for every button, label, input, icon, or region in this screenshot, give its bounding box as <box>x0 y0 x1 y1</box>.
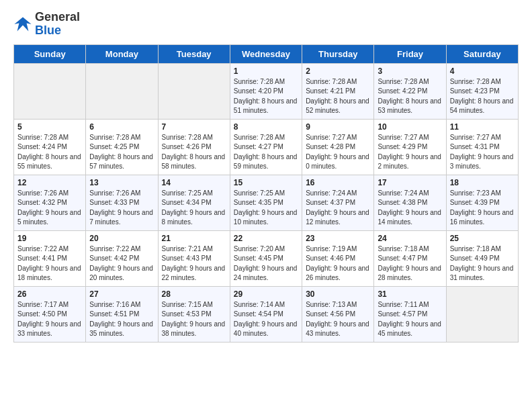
day-info: Sunrise: 7:28 AM Sunset: 4:26 PM Dayligh… <box>162 133 226 172</box>
day-info: Sunrise: 7:24 AM Sunset: 4:37 PM Dayligh… <box>306 189 370 228</box>
day-info: Sunrise: 7:22 AM Sunset: 4:41 PM Dayligh… <box>17 244 82 283</box>
day-cell: 14Sunrise: 7:25 AM Sunset: 4:34 PM Dayli… <box>158 175 230 230</box>
day-number: 18 <box>450 178 515 187</box>
dow-header-thursday: Thursday <box>302 44 374 63</box>
day-cell: 13Sunrise: 7:26 AM Sunset: 4:33 PM Dayli… <box>86 175 158 230</box>
day-cell: 22Sunrise: 7:20 AM Sunset: 4:45 PM Dayli… <box>230 230 302 286</box>
dow-header-sunday: Sunday <box>14 44 86 63</box>
day-cell: 25Sunrise: 7:18 AM Sunset: 4:49 PM Dayli… <box>446 230 518 286</box>
day-of-week-row: SundayMondayTuesdayWednesdayThursdayFrid… <box>14 44 519 63</box>
day-info: Sunrise: 7:27 AM Sunset: 4:29 PM Dayligh… <box>378 133 442 172</box>
day-cell: 26Sunrise: 7:17 AM Sunset: 4:50 PM Dayli… <box>14 286 86 342</box>
day-info: Sunrise: 7:21 AM Sunset: 4:43 PM Dayligh… <box>162 244 226 283</box>
day-info: Sunrise: 7:25 AM Sunset: 4:35 PM Dayligh… <box>234 189 298 228</box>
day-info: Sunrise: 7:22 AM Sunset: 4:42 PM Dayligh… <box>89 244 154 283</box>
day-number: 6 <box>89 122 154 132</box>
day-number: 20 <box>89 234 154 243</box>
day-number: 25 <box>450 234 515 243</box>
day-info: Sunrise: 7:20 AM Sunset: 4:45 PM Dayligh… <box>234 244 298 283</box>
week-row-4: 19Sunrise: 7:22 AM Sunset: 4:41 PM Dayli… <box>14 230 519 286</box>
day-info: Sunrise: 7:18 AM Sunset: 4:49 PM Dayligh… <box>450 244 515 283</box>
logo-text: General Blue <box>35 11 80 38</box>
day-info: Sunrise: 7:28 AM Sunset: 4:22 PM Dayligh… <box>378 77 442 116</box>
dow-header-monday: Monday <box>86 44 158 63</box>
day-number: 23 <box>306 234 370 243</box>
day-info: Sunrise: 7:28 AM Sunset: 4:25 PM Dayligh… <box>89 133 154 172</box>
dow-header-tuesday: Tuesday <box>158 44 230 63</box>
day-cell: 31Sunrise: 7:11 AM Sunset: 4:57 PM Dayli… <box>374 286 446 342</box>
logo-blue: Blue <box>35 24 61 37</box>
day-cell: 11Sunrise: 7:27 AM Sunset: 4:31 PM Dayli… <box>446 119 518 175</box>
day-number: 24 <box>378 234 442 243</box>
day-info: Sunrise: 7:26 AM Sunset: 4:32 PM Dayligh… <box>17 189 82 228</box>
day-cell: 8Sunrise: 7:28 AM Sunset: 4:27 PM Daylig… <box>230 119 302 175</box>
day-info: Sunrise: 7:24 AM Sunset: 4:38 PM Dayligh… <box>378 189 442 228</box>
dow-header-friday: Friday <box>374 44 446 63</box>
day-info: Sunrise: 7:28 AM Sunset: 4:20 PM Dayligh… <box>234 77 298 116</box>
day-number: 22 <box>234 234 298 243</box>
day-info: Sunrise: 7:19 AM Sunset: 4:46 PM Dayligh… <box>306 244 370 283</box>
day-cell: 29Sunrise: 7:14 AM Sunset: 4:54 PM Dayli… <box>230 286 302 342</box>
day-cell: 7Sunrise: 7:28 AM Sunset: 4:26 PM Daylig… <box>158 119 230 175</box>
day-cell: 1Sunrise: 7:28 AM Sunset: 4:20 PM Daylig… <box>230 63 302 119</box>
day-cell: 30Sunrise: 7:13 AM Sunset: 4:56 PM Dayli… <box>302 286 374 342</box>
day-info: Sunrise: 7:26 AM Sunset: 4:33 PM Dayligh… <box>89 189 154 228</box>
day-cell: 27Sunrise: 7:16 AM Sunset: 4:51 PM Dayli… <box>86 286 158 342</box>
day-cell: 17Sunrise: 7:24 AM Sunset: 4:38 PM Dayli… <box>374 175 446 230</box>
dow-header-saturday: Saturday <box>446 44 518 63</box>
day-cell: 28Sunrise: 7:15 AM Sunset: 4:53 PM Dayli… <box>158 286 230 342</box>
day-info: Sunrise: 7:28 AM Sunset: 4:21 PM Dayligh… <box>306 77 370 116</box>
day-number: 3 <box>378 66 442 76</box>
day-number: 4 <box>450 66 515 76</box>
logo-general: General <box>35 10 80 24</box>
day-number: 16 <box>306 178 370 187</box>
week-row-3: 12Sunrise: 7:26 AM Sunset: 4:32 PM Dayli… <box>14 175 519 230</box>
day-info: Sunrise: 7:27 AM Sunset: 4:28 PM Dayligh… <box>306 133 370 172</box>
day-cell: 20Sunrise: 7:22 AM Sunset: 4:42 PM Dayli… <box>86 230 158 286</box>
svg-marker-0 <box>14 17 31 31</box>
day-cell: 16Sunrise: 7:24 AM Sunset: 4:37 PM Dayli… <box>302 175 374 230</box>
calendar-table: SundayMondayTuesdayWednesdayThursdayFrid… <box>13 44 519 342</box>
day-cell: 23Sunrise: 7:19 AM Sunset: 4:46 PM Dayli… <box>302 230 374 286</box>
day-number: 8 <box>234 122 298 132</box>
day-cell <box>446 286 518 342</box>
day-cell <box>86 63 158 119</box>
day-number: 31 <box>378 289 442 299</box>
day-number: 14 <box>162 178 226 187</box>
day-cell: 12Sunrise: 7:26 AM Sunset: 4:32 PM Dayli… <box>14 175 86 230</box>
day-number: 21 <box>162 234 226 243</box>
day-info: Sunrise: 7:25 AM Sunset: 4:34 PM Dayligh… <box>162 189 226 228</box>
day-cell <box>158 63 230 119</box>
day-cell: 24Sunrise: 7:18 AM Sunset: 4:47 PM Dayli… <box>374 230 446 286</box>
day-number: 28 <box>162 289 226 299</box>
day-cell: 6Sunrise: 7:28 AM Sunset: 4:25 PM Daylig… <box>86 119 158 175</box>
day-cell: 2Sunrise: 7:28 AM Sunset: 4:21 PM Daylig… <box>302 63 374 119</box>
day-cell: 4Sunrise: 7:28 AM Sunset: 4:23 PM Daylig… <box>446 63 518 119</box>
day-info: Sunrise: 7:27 AM Sunset: 4:31 PM Dayligh… <box>450 133 515 172</box>
day-cell <box>14 63 86 119</box>
day-info: Sunrise: 7:17 AM Sunset: 4:50 PM Dayligh… <box>17 300 82 339</box>
day-info: Sunrise: 7:28 AM Sunset: 4:27 PM Dayligh… <box>234 133 298 172</box>
dow-header-wednesday: Wednesday <box>230 44 302 63</box>
day-cell: 5Sunrise: 7:28 AM Sunset: 4:24 PM Daylig… <box>14 119 86 175</box>
calendar-body: 1Sunrise: 7:28 AM Sunset: 4:20 PM Daylig… <box>14 63 519 342</box>
day-number: 1 <box>234 66 298 76</box>
day-number: 26 <box>17 289 82 299</box>
day-number: 12 <box>17 178 82 187</box>
day-number: 13 <box>89 178 154 187</box>
week-row-1: 1Sunrise: 7:28 AM Sunset: 4:20 PM Daylig… <box>14 63 519 119</box>
day-cell: 19Sunrise: 7:22 AM Sunset: 4:41 PM Dayli… <box>14 230 86 286</box>
day-number: 27 <box>89 289 154 299</box>
day-number: 2 <box>306 66 370 76</box>
week-row-5: 26Sunrise: 7:17 AM Sunset: 4:50 PM Dayli… <box>14 286 519 342</box>
day-info: Sunrise: 7:13 AM Sunset: 4:56 PM Dayligh… <box>306 300 370 339</box>
day-number: 29 <box>234 289 298 299</box>
week-row-2: 5Sunrise: 7:28 AM Sunset: 4:24 PM Daylig… <box>14 119 519 175</box>
day-number: 17 <box>378 178 442 187</box>
day-number: 15 <box>234 178 298 187</box>
day-info: Sunrise: 7:28 AM Sunset: 4:23 PM Dayligh… <box>450 77 515 116</box>
day-info: Sunrise: 7:28 AM Sunset: 4:24 PM Dayligh… <box>17 133 82 172</box>
day-number: 19 <box>17 234 82 243</box>
day-cell: 21Sunrise: 7:21 AM Sunset: 4:43 PM Dayli… <box>158 230 230 286</box>
header: General Blue <box>13 11 519 38</box>
